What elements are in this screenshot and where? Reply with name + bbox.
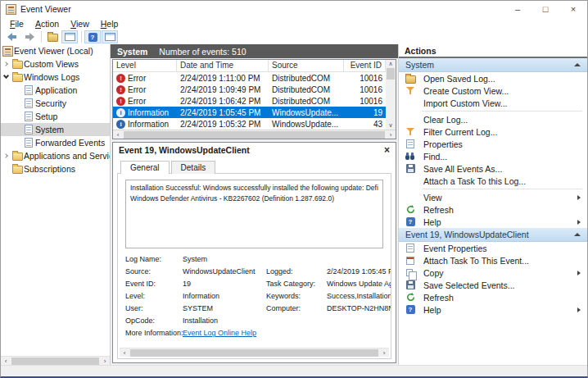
action-event-properties[interactable]: Event Properties [399,242,587,254]
menu-action[interactable]: Action [29,19,65,29]
title-bar: Event Viewer – □ × [1,1,587,17]
open-saved-log-button[interactable] [44,30,61,43]
menu-help[interactable]: Help [95,19,124,29]
actions-group-system-header[interactable]: System [399,58,587,72]
scroll-left-icon[interactable] [1,357,11,366]
maximize-button[interactable]: □ [531,1,559,17]
column-event-id[interactable]: Event ID [344,60,386,71]
action-clear-log[interactable]: Clear Log... [399,113,587,125]
scrollbar-thumb[interactable] [387,68,395,80]
window-title: Event Viewer [20,4,71,14]
log-name: System [117,47,147,57]
opcode-value: Installation [183,317,266,325]
collapse-icon[interactable] [574,63,581,66]
event-row-selected[interactable]: Information 2/24/2019 1:05:45 PM Windows… [113,107,396,118]
scroll-left-icon[interactable] [113,130,123,139]
scrollbar-thumb[interactable] [130,349,378,357]
action-copy[interactable]: Copy [399,266,587,279]
scroll-right-icon[interactable] [100,357,110,366]
action-help[interactable]: Help [399,216,587,228]
tree-item-forwarded-events[interactable]: Forwarded Events [1,136,110,149]
column-level[interactable]: Level [113,60,177,71]
minimize-button[interactable]: – [504,1,531,17]
information-icon [116,120,125,129]
logged-value: 2/24/2019 1:05:45 PM [327,267,391,276]
event-list-vertical-scrollbar[interactable] [386,60,396,130]
action-import-custom-view[interactable]: Import Custom View... [399,97,587,109]
event-id-value: 19 [183,280,266,288]
scroll-left-icon[interactable] [120,348,129,358]
show-console-tree-button[interactable] [61,30,78,43]
close-preview-button[interactable]: × [384,144,390,156]
actions-group-event-header[interactable]: Event 19, WindowsUpdateClient [399,228,587,242]
filter-icon [406,86,415,95]
chevron-down-icon[interactable] [2,73,8,79]
event-log-online-help-link[interactable]: Event Log Online Help [183,329,391,337]
event-row[interactable]: Error 2/24/2019 1:11:00 PM DistributedCO… [113,72,396,84]
console-tree: Event Viewer (Local) Custom Views Window… [1,44,111,365]
preview-horizontal-scrollbar[interactable] [120,348,389,357]
menu-file[interactable]: File [4,19,29,29]
submenu-arrow-icon [577,307,581,312]
scroll-right-icon[interactable] [386,130,396,139]
action-view[interactable]: View [399,191,587,203]
action-refresh-event[interactable]: Refresh [399,291,587,303]
event-row[interactable]: Error 2/24/2019 1:06:42 PM DistributedCO… [113,95,396,107]
tree-item-custom-views[interactable]: Custom Views [1,57,110,71]
action-properties[interactable]: Properties [399,138,587,150]
action-save-selected-events[interactable]: Save Selected Events... [399,279,587,291]
event-list-horizontal-scrollbar[interactable] [113,130,396,139]
chevron-right-icon[interactable] [3,153,8,158]
tree-item-security[interactable]: Security [1,97,110,110]
action-attach-task-to-event[interactable]: Attach Task To This Event... [399,254,587,266]
tree-item-subscriptions[interactable]: Subscriptions [1,162,110,175]
close-button[interactable]: × [559,1,587,17]
tree-item-setup[interactable]: Setup [1,110,110,123]
chevron-right-icon[interactable] [3,61,8,66]
actions-separator [422,189,582,189]
action-filter-current-log[interactable]: Filter Current Log... [399,125,587,138]
tree-item-applications-and-services-logs[interactable]: Applications and Services Lo [1,149,110,162]
event-preview-pane: Event 19, WindowsUpdateClient × General … [112,142,396,363]
tree-item-system[interactable]: System [1,123,110,136]
event-row[interactable]: Error 2/24/2019 1:09:49 PM DistributedCO… [113,84,396,95]
action-pane-window-icon [105,33,115,41]
toolbar-separator [81,31,82,43]
collapse-icon[interactable] [574,233,581,236]
show-action-pane-button[interactable] [102,30,118,43]
action-find[interactable]: Find... [399,150,587,162]
tree-item-application[interactable]: Application [1,84,110,97]
log-icon [25,112,33,121]
tree-horizontal-scrollbar[interactable] [1,356,110,365]
log-icon [25,98,33,108]
column-source[interactable]: Source [269,60,344,71]
tab-details[interactable]: Details [171,161,216,174]
help-icon [406,305,415,314]
column-date-and-time[interactable]: Date and Time [177,60,269,71]
submenu-arrow-icon [577,271,581,276]
scroll-down-icon[interactable] [388,121,392,130]
action-save-all-events-as[interactable]: Save All Events As... [399,162,587,175]
action-open-saved-log[interactable]: Open Saved Log... [399,72,587,84]
action-create-custom-view[interactable]: Create Custom View... [399,84,587,97]
tab-general[interactable]: General [120,161,170,174]
action-help-event[interactable]: Help [399,303,587,316]
keywords-label: Keywords: [266,292,327,300]
menu-view[interactable]: View [65,19,95,29]
help-button[interactable] [84,30,101,43]
action-refresh[interactable]: Refresh [399,203,587,216]
action-attach-task-to-log[interactable]: Attach a Task To this Log... [399,175,587,187]
keywords-value: Success,Installation [327,292,391,300]
scrollbar-thumb[interactable] [11,358,99,365]
event-row[interactable]: Information 2/24/2019 1:05:32 PM Windows… [113,118,396,130]
back-button[interactable] [4,30,20,43]
tree-item-windows-logs[interactable]: Windows Logs [1,71,110,84]
scroll-right-icon[interactable] [379,348,389,358]
scrollbar-thumb[interactable] [124,131,385,139]
folder-icon [12,166,23,174]
log-icon [25,125,33,134]
tree-item-event-viewer-local[interactable]: Event Viewer (Local) [1,44,110,57]
forward-button[interactable] [21,30,38,43]
event-description: Installation Successful: Windows success… [125,180,383,248]
scroll-up-icon[interactable] [388,60,392,68]
